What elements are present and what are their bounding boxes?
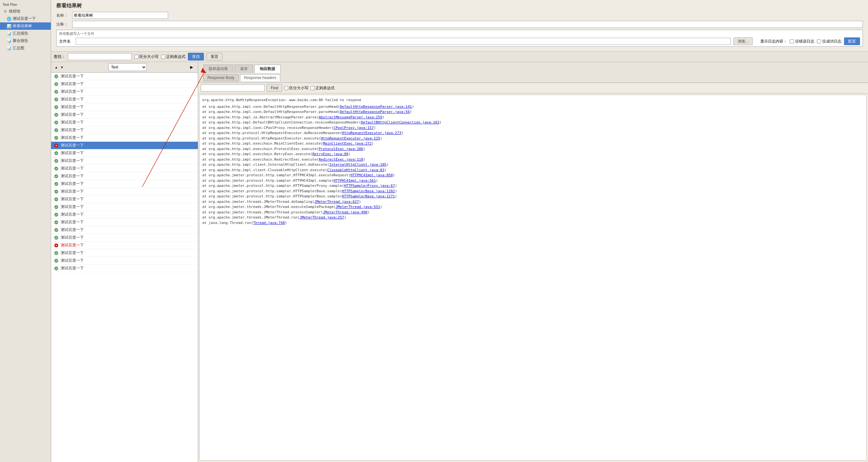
- error-log-checkbox[interactable]: [790, 39, 794, 44]
- trace-link[interactable]: RedirectExec.java:110: [319, 157, 363, 162]
- trace-link[interactable]: JMeterThread.java:551: [336, 205, 380, 209]
- case-sensitive-group: 区分大小写: [134, 54, 158, 59]
- list-item[interactable]: 测试百度一下: [51, 149, 198, 157]
- list-item[interactable]: 测试百度一下: [51, 126, 198, 134]
- list-item[interactable]: 测试百度一下: [51, 73, 198, 80]
- tab-request[interactable]: 请求: [235, 65, 253, 73]
- list-item[interactable]: 测试百度一下: [51, 180, 198, 188]
- format-select[interactable]: Text JSON XML HTML: [108, 63, 147, 71]
- trace-link[interactable]: InternalHttpClient.java:185: [329, 163, 386, 167]
- tab-response-data[interactable]: 响应数据: [254, 65, 281, 73]
- list-item[interactable]: 测试百度一下: [51, 241, 198, 249]
- list-item[interactable]: 测试百度一下: [51, 111, 198, 119]
- list-item[interactable]: 测试百度一下: [51, 142, 198, 149]
- list-item[interactable]: 测试百度一下: [51, 80, 198, 88]
- trace-link[interactable]: DefaultHttpResponseParser.java:141: [340, 105, 412, 109]
- list-item[interactable]: 测试百度一下: [51, 211, 198, 219]
- sidebar-item-aggregate-report[interactable]: 📊 聚合报告: [0, 37, 51, 45]
- sidebar-item-summary-graph[interactable]: 📊 汇总图: [0, 45, 51, 52]
- list-item[interactable]: 测试百度一下: [51, 249, 198, 257]
- success-icon: [54, 174, 59, 179]
- reset-button[interactable]: 重置: [207, 53, 222, 60]
- trace-link[interactable]: HTTPSamplerBase.java:1271: [342, 194, 395, 198]
- list-item[interactable]: 测试百度一下: [51, 234, 198, 241]
- trace-link[interactable]: JMeterThread.java:257: [300, 215, 344, 220]
- name-row: 名称：: [56, 12, 863, 19]
- success-icon: [54, 128, 59, 133]
- comment-input[interactable]: [72, 21, 863, 28]
- list-item-label: 测试百度一下: [61, 227, 84, 233]
- tab-sampler-result[interactable]: 取样器结果: [203, 65, 233, 73]
- response-headers-tab[interactable]: Response headers: [240, 74, 281, 81]
- list-item[interactable]: 测试百度一下: [51, 96, 198, 103]
- listener-icon: 📊: [6, 31, 11, 36]
- scroll-up-btn[interactable]: ▲: [54, 65, 59, 70]
- expand-icon[interactable]: ▶: [190, 65, 195, 69]
- sidebar-item-result-tree[interactable]: 📊 察看结果树: [0, 22, 51, 30]
- stack-trace-line: at org.apache.jmeter.protocol.http.sampl…: [202, 173, 864, 178]
- trace-link[interactable]: CPoolProxy.java:157: [334, 126, 374, 130]
- trace-link[interactable]: HttpRequestExecutor.java:125: [321, 136, 380, 141]
- list-item[interactable]: 测试百度一下: [51, 134, 198, 142]
- trace-link[interactable]: MainClientExec.java:272: [323, 141, 372, 146]
- success-log-checkbox[interactable]: [817, 39, 821, 44]
- name-input[interactable]: [72, 12, 168, 19]
- config-button[interactable]: 配置: [844, 37, 860, 45]
- trace-link[interactable]: RetryExec.java:89: [312, 152, 348, 156]
- list-item-label: 测试百度一下: [61, 220, 84, 225]
- regex-checkbox[interactable]: [161, 55, 165, 59]
- response-body-tab[interactable]: Response Body: [203, 74, 239, 81]
- response-tabs: Response Body Response headers: [198, 73, 868, 83]
- find-case-sensitive-checkbox[interactable]: [284, 86, 288, 90]
- list-item[interactable]: 测试百度一下: [51, 88, 198, 96]
- stack-trace-line: at org.apache.http.impl.execchain.RetryE…: [202, 152, 864, 157]
- find-regex-label: 正则表达式: [315, 85, 335, 91]
- sidebar-item-baidu-sampler[interactable]: 🌐 测试百度一下: [0, 15, 51, 22]
- sidebar-item-summary-report[interactable]: 📊 汇总报告: [0, 30, 51, 37]
- stack-trace-line: at java.lang.Thread.run(Thread.java:748): [202, 221, 864, 226]
- list-item[interactable]: 测试百度一下: [51, 103, 198, 111]
- success-icon: [54, 166, 59, 171]
- trace-link[interactable]: HTTPSamplerProxy.java:67: [344, 184, 395, 188]
- file-input[interactable]: [76, 38, 731, 45]
- trace-link[interactable]: DefaultBHttpClientConnection.java:163: [361, 120, 439, 124]
- list-item[interactable]: 测试百度一下: [51, 157, 198, 165]
- find-regex-checkbox[interactable]: [310, 86, 314, 90]
- list-item[interactable]: 测试百度一下: [51, 196, 198, 203]
- find-input[interactable]: [201, 84, 265, 91]
- success-icon: [54, 89, 59, 94]
- list-item[interactable]: 测试百度一下: [51, 188, 198, 196]
- list-item[interactable]: 测试百度一下: [51, 226, 198, 234]
- scroll-down-btn[interactable]: ▼: [59, 65, 65, 70]
- trace-link[interactable]: JMeterThread.java:627: [314, 200, 359, 204]
- list-item[interactable]: 测试百度一下: [51, 172, 198, 180]
- trace-link[interactable]: DefaultHttpResponseParser.java:56: [340, 110, 410, 114]
- stack-trace-line: at org.apache.http.impl.execchain.MainCl…: [202, 141, 864, 147]
- sidebar-item-label: 察看结果树: [13, 23, 32, 29]
- trace-link[interactable]: HTTPHC4Impl.java:850: [350, 173, 393, 177]
- success-icon: [54, 189, 59, 194]
- stack-trace-line: at org.apache.http.impl.io.AbstractMessa…: [202, 115, 864, 120]
- search-label: 查找：: [54, 54, 65, 59]
- sidebar-item-thread-group[interactable]: ⚙ 线程组: [0, 8, 51, 15]
- list-item[interactable]: 测试百度一下: [51, 119, 198, 126]
- trace-link[interactable]: HTTPSamplerBase.java:1282: [342, 189, 395, 193]
- list-item[interactable]: 测试百度一下: [51, 257, 198, 265]
- trace-link[interactable]: HttpRequestExecutor.java:273: [342, 131, 401, 135]
- trace-link[interactable]: AbstractMessageParser.java:259: [319, 115, 382, 119]
- trace-link[interactable]: HTTPHC4Impl.java:561: [334, 178, 376, 183]
- trace-link[interactable]: ProtocolExec.java:186: [319, 147, 363, 151]
- trace-link[interactable]: Thread.java:748: [253, 221, 285, 225]
- case-sensitive-checkbox[interactable]: [134, 55, 138, 59]
- search-input[interactable]: [68, 53, 132, 60]
- find-button[interactable]: 查找: [188, 53, 204, 60]
- list-item[interactable]: 测试百度一下: [51, 219, 198, 226]
- list-item[interactable]: 测试百度一下: [51, 165, 198, 172]
- sampler-icon: 🌐: [6, 16, 11, 22]
- trace-link[interactable]: CloseableHttpClient.java:83: [327, 168, 384, 172]
- list-item[interactable]: 测试百度一下: [51, 203, 198, 211]
- list-item[interactable]: 测试百度一下: [51, 265, 198, 272]
- trace-link[interactable]: JMeterThread.java:490: [323, 210, 368, 214]
- browse-button[interactable]: 浏览...: [734, 37, 753, 45]
- find-btn[interactable]: Find: [267, 84, 282, 92]
